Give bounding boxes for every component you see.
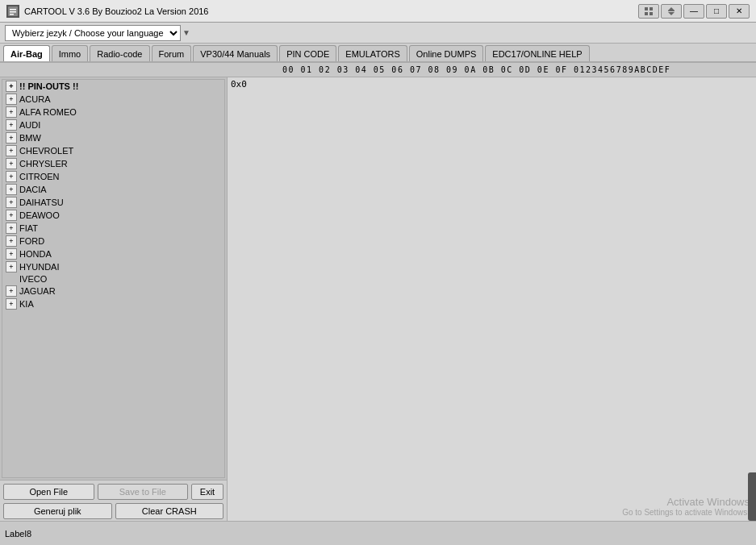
expand-icon-hyundai[interactable]: + (6, 261, 17, 272)
tab-edc17help[interactable]: EDC17/ONLINE HELP (485, 45, 589, 61)
tab-radiocode[interactable]: Radio-code (90, 45, 149, 61)
title-bar-left: CARTOOL V 3.6 By Bouzioo2 La Version 201… (6, 5, 209, 18)
tab-airbag[interactable]: Air-Bag (3, 45, 50, 61)
svg-marker-10 (668, 12, 675, 15)
svg-rect-7 (649, 12, 653, 15)
tree-item-dacia[interactable]: + DACIA (2, 183, 224, 196)
status-label: Label8 (5, 529, 31, 539)
expand-icon-bmw[interactable]: + (6, 132, 17, 144)
svg-rect-4 (645, 7, 648, 10)
tree-item-hyundai[interactable]: + HYUNDAI (2, 260, 224, 273)
tree-item-pin-outs[interactable]: + !! PIN-OUTS !! (2, 80, 224, 93)
tree-item-chevrolet[interactable]: + CHEVROLET (2, 144, 224, 157)
expand-icon-jaguar[interactable]: + (6, 285, 17, 297)
tree-item-jaguar[interactable]: + JAGUAR (2, 285, 224, 297)
tree-item-deawoo[interactable]: + DEAWOO (2, 209, 224, 222)
expand-icon-citroen[interactable]: + (6, 171, 17, 182)
expand-icon-kia[interactable]: + (6, 298, 17, 310)
inner-content: + !! PIN-OUTS !! + ACURA + ALFA ROMEO + … (0, 77, 756, 521)
tree-item-fiat[interactable]: + FIAT (2, 222, 224, 235)
svg-rect-8 (668, 10, 675, 11)
expand-icon-honda[interactable]: + (6, 248, 17, 260)
hex-header-row: 00 01 02 03 04 05 06 07 08 09 0A 0B 0C 0… (0, 63, 756, 77)
right-scroll-indicator (748, 472, 756, 521)
tree-item-acura[interactable]: + ACURA (2, 93, 224, 106)
generuj-plik-button[interactable]: Generuj plik (3, 503, 112, 519)
tree-item-audi[interactable]: + AUDI (2, 119, 224, 131)
expand-icon-ford[interactable]: + (6, 235, 17, 247)
app-icon (6, 5, 19, 18)
hex-column-labels: 00 01 02 03 04 05 06 07 08 09 0A 0B 0C 0… (282, 65, 670, 74)
tree-item-citroen[interactable]: + CITROEN (2, 170, 224, 183)
svg-rect-2 (10, 11, 16, 13)
tree-item-bmw[interactable]: + BMW (2, 131, 224, 144)
tree-item-honda[interactable]: + HONDA (2, 248, 224, 260)
tab-forum[interactable]: Forum (152, 45, 192, 61)
hex-address-row: 0x0 (228, 77, 756, 91)
main-area: + !! PIN-OUTS !! + ACURA + ALFA ROMEO + … (0, 77, 756, 521)
expand-icon-pin-outs[interactable]: + (6, 81, 17, 92)
expand-icon-deawoo[interactable]: + (6, 210, 17, 221)
title-bar-controls: — □ ✕ (638, 4, 750, 19)
title-bar: CARTOOL V 3.6 By Bouzioo2 La Version 201… (0, 0, 756, 23)
tab-pincode[interactable]: PIN CODE (279, 45, 336, 61)
expand-icon-audi[interactable]: + (6, 119, 17, 131)
dropdown-arrow: ▼ (182, 28, 190, 37)
tab-immo[interactable]: Immo (52, 45, 89, 61)
expand-icon-chrysler[interactable]: + (6, 158, 17, 169)
expand-icon-chevrolet[interactable]: + (6, 145, 17, 156)
tab-emulators[interactable]: EMULATORS (338, 45, 407, 61)
expand-icon-alfa-romeo[interactable]: + (6, 106, 17, 118)
tree-item-iveco[interactable]: IVECO (2, 273, 224, 285)
resize-icon-btn[interactable] (661, 4, 682, 19)
menu-tabs: Air-Bag Immo Radio-code Forum VP30/44 Ma… (0, 44, 756, 63)
save-to-file-button[interactable]: Save to File (98, 484, 189, 500)
hex-address: 0x0 (231, 79, 247, 89)
clear-crash-button[interactable]: Clear CRASH (115, 503, 224, 519)
left-section: + !! PIN-OUTS !! + ACURA + ALFA ROMEO + … (0, 77, 228, 521)
svg-rect-3 (10, 14, 14, 15)
app-window: CARTOOL V 3.6 By Bouzioo2 La Version 201… (0, 0, 756, 545)
expand-icon-fiat[interactable]: + (6, 223, 17, 234)
hex-view-panel: 0x0 (228, 77, 756, 521)
maximize-button[interactable]: □ (706, 4, 727, 19)
tree-item-kia[interactable]: + KIA (2, 297, 224, 310)
tree-item-ford[interactable]: + FORD (2, 235, 224, 248)
tree-item-chrysler[interactable]: + CHRYSLER (2, 157, 224, 170)
svg-rect-1 (10, 9, 16, 10)
expand-icon-dacia[interactable]: + (6, 184, 17, 195)
tab-onlinedumps[interactable]: Online DUMPS (409, 45, 484, 61)
tree-item-alfa-romeo[interactable]: + ALFA ROMEO (2, 106, 224, 119)
grid-icon-btn[interactable] (638, 4, 659, 19)
tab-vp3044[interactable]: VP30/44 Manuals (193, 45, 278, 61)
svg-marker-9 (668, 7, 675, 10)
close-button[interactable]: ✕ (729, 4, 750, 19)
tree-item-daihatsu[interactable]: + DAIHATSU (2, 196, 224, 209)
language-select[interactable]: Wybierz jezyk / Choose your languagePols… (5, 25, 181, 41)
status-bar: Label8 (0, 521, 756, 545)
svg-rect-6 (645, 12, 648, 15)
svg-rect-5 (649, 7, 653, 10)
title-text: CARTOOL V 3.6 By Bouzioo2 La Version 201… (24, 6, 209, 16)
expand-icon-daihatsu[interactable]: + (6, 197, 17, 208)
minimize-button[interactable]: — (683, 4, 704, 19)
tree-view[interactable]: + !! PIN-OUTS !! + ACURA + ALFA ROMEO + … (2, 79, 225, 478)
language-bar: Wybierz jezyk / Choose your languagePols… (0, 23, 756, 44)
exit-button[interactable]: Exit (191, 484, 223, 500)
open-file-button[interactable]: Open File (3, 484, 94, 500)
expand-icon-acura[interactable]: + (6, 94, 17, 105)
